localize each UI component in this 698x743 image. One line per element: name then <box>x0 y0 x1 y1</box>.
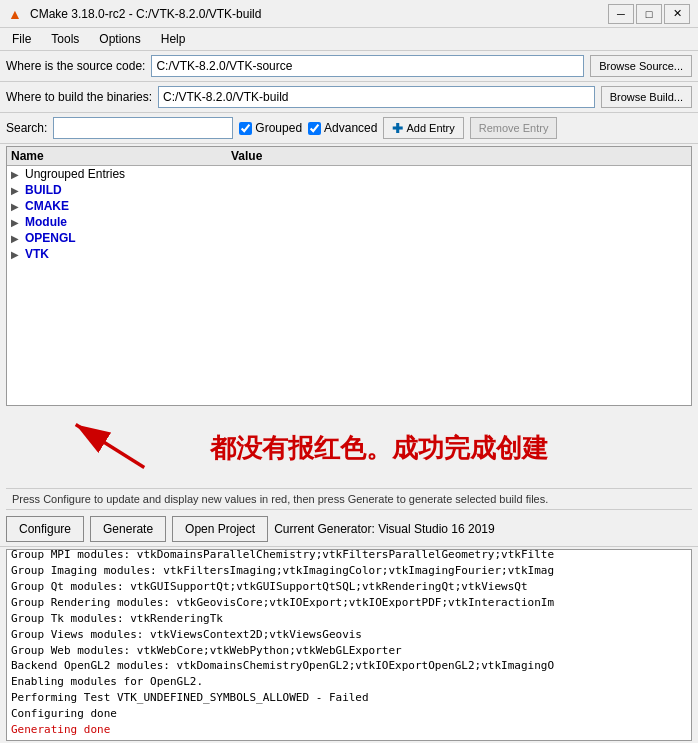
close-button[interactable]: ✕ <box>664 4 690 24</box>
advanced-label: Advanced <box>324 121 377 135</box>
maximize-button[interactable]: □ <box>636 4 662 24</box>
search-input[interactable] <box>53 117 233 139</box>
bottom-toolbar: Configure Generate Open Project Current … <box>0 512 698 547</box>
menu-file[interactable]: File <box>4 30 39 48</box>
remove-entry-button[interactable]: Remove Entry <box>470 117 558 139</box>
title-text: CMake 3.18.0-rc2 - C:/VTK-8.2.0/VTK-buil… <box>30 7 602 21</box>
configure-button[interactable]: Configure <box>6 516 84 542</box>
browse-build-button[interactable]: Browse Build... <box>601 86 692 108</box>
generator-text: Current Generator: Visual Studio 16 2019 <box>274 522 692 536</box>
log-line: Backend OpenGL2 modules: vtkDomainsChemi… <box>11 658 687 674</box>
log-line: Configuring done <box>11 706 687 722</box>
log-line: Group Imaging modules: vtkFiltersImaging… <box>11 563 687 579</box>
menu-bar: File Tools Options Help <box>0 28 698 51</box>
tree-item[interactable]: ▶CMAKE <box>7 198 691 214</box>
tree-item[interactable]: ▶Ungrouped Entries <box>7 166 691 182</box>
annotation-text: 都没有报红色。成功完成创建 <box>210 431 548 466</box>
build-label: Where to build the binaries: <box>6 90 152 104</box>
minimize-button[interactable]: ─ <box>608 4 634 24</box>
generate-button[interactable]: Generate <box>90 516 166 542</box>
menu-help[interactable]: Help <box>153 30 194 48</box>
log-line: Group MPI modules: vtkDomainsParallelChe… <box>11 549 687 563</box>
tree-item[interactable]: ▶BUILD <box>7 182 691 198</box>
build-row: Where to build the binaries: Browse Buil… <box>0 82 698 113</box>
status-text: Press Configure to update and display ne… <box>12 493 548 505</box>
tree-item[interactable]: ▶Module <box>7 214 691 230</box>
log-line: Enabling modules for OpenGL2. <box>11 674 687 690</box>
source-input[interactable] <box>151 55 584 77</box>
search-row: Search: Grouped Advanced ✚ Add Entry Rem… <box>0 113 698 144</box>
search-label: Search: <box>6 121 47 135</box>
title-bar: ▲ CMake 3.18.0-rc2 - C:/VTK-8.2.0/VTK-bu… <box>0 0 698 28</box>
grouped-label: Grouped <box>255 121 302 135</box>
cmake-table[interactable]: Name Value ▶Ungrouped Entries▶BUILD▶CMAK… <box>6 146 692 406</box>
build-input[interactable] <box>158 86 595 108</box>
add-icon: ✚ <box>392 121 403 136</box>
grouped-checkbox-label[interactable]: Grouped <box>239 121 302 135</box>
app-icon: ▲ <box>8 6 24 22</box>
tree-container: ▶Ungrouped Entries▶BUILD▶CMAKE▶Module▶OP… <box>7 166 691 262</box>
advanced-checkbox-label[interactable]: Advanced <box>308 121 377 135</box>
red-arrow-svg <box>30 416 190 476</box>
svg-line-1 <box>76 425 145 468</box>
annotation-area: 都没有报红色。成功完成创建 <box>0 408 698 488</box>
menu-options[interactable]: Options <box>91 30 148 48</box>
window-controls: ─ □ ✕ <box>608 4 690 24</box>
log-line: Group Qt modules: vtkGUISupportQt;vtkGUI… <box>11 579 687 595</box>
browse-source-button[interactable]: Browse Source... <box>590 55 692 77</box>
log-line: Group Views modules: vtkViewsContext2D;v… <box>11 627 687 643</box>
log-area[interactable]: Performing Test VTK_UNDEFINED_SYMBOLS_AL… <box>6 549 692 741</box>
log-line: Group Tk modules: vtkRenderingTk <box>11 611 687 627</box>
status-bar: Press Configure to update and display ne… <box>6 488 692 510</box>
log-line: Generating done <box>11 722 687 738</box>
tree-item[interactable]: ▶OPENGL <box>7 230 691 246</box>
advanced-checkbox[interactable] <box>308 122 321 135</box>
source-label: Where is the source code: <box>6 59 145 73</box>
log-line: Performing Test VTK_UNDEFINED_SYMBOLS_AL… <box>11 690 687 706</box>
value-column-header: Value <box>231 149 687 163</box>
add-entry-button[interactable]: ✚ Add Entry <box>383 117 463 139</box>
table-header: Name Value <box>7 147 691 166</box>
grouped-checkbox[interactable] <box>239 122 252 135</box>
name-column-header: Name <box>11 149 231 163</box>
menu-tools[interactable]: Tools <box>43 30 87 48</box>
add-entry-label: Add Entry <box>406 122 454 134</box>
log-line: Group Web modules: vtkWebCore;vtkWebPyth… <box>11 643 687 659</box>
open-project-button[interactable]: Open Project <box>172 516 268 542</box>
tree-item[interactable]: ▶VTK <box>7 246 691 262</box>
log-line: Group Rendering modules: vtkGeovisCore;v… <box>11 595 687 611</box>
source-row: Where is the source code: Browse Source.… <box>0 51 698 82</box>
